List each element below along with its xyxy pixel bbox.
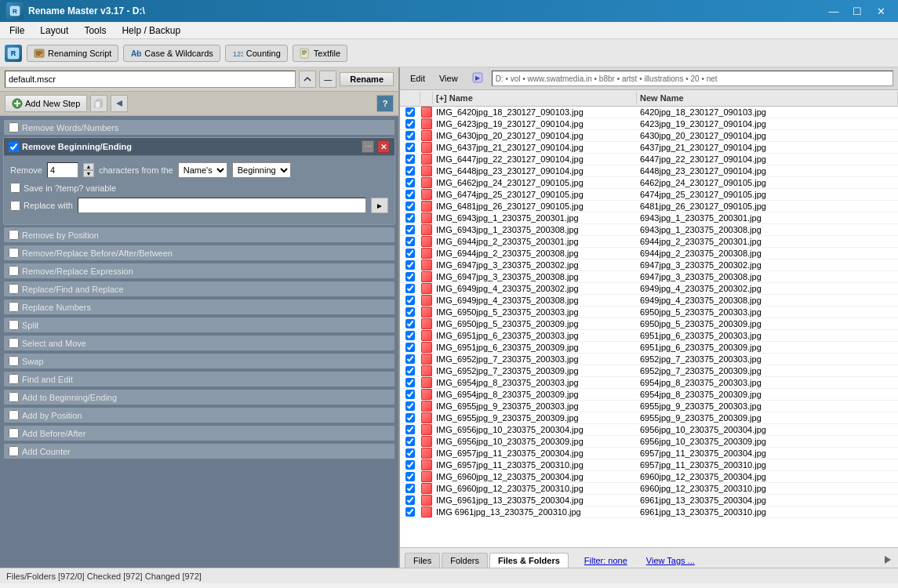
- file-check-14[interactable]: [400, 271, 420, 282]
- file-check-25[interactable]: [400, 401, 420, 412]
- step-15-checkbox[interactable]: [9, 446, 19, 456]
- replace-with-label[interactable]: Replace with: [10, 201, 73, 211]
- file-checkbox-11[interactable]: [405, 237, 415, 246]
- tab-files-folders[interactable]: Files & Folders: [489, 553, 569, 568]
- file-checkbox-10[interactable]: [405, 225, 415, 234]
- save-temp-label[interactable]: Save in ?temp? variable: [10, 183, 116, 193]
- file-check-24[interactable]: [400, 389, 420, 400]
- file-checkbox-8[interactable]: [405, 201, 415, 211]
- step-10-checkbox[interactable]: [9, 356, 19, 366]
- view-button[interactable]: View: [434, 71, 464, 85]
- file-check-31[interactable]: [400, 471, 420, 482]
- file-checkbox-18[interactable]: [405, 319, 415, 328]
- file-check-23[interactable]: [400, 377, 420, 388]
- file-check-4[interactable]: [400, 154, 420, 165]
- navigate-button[interactable]: ▶: [467, 70, 489, 87]
- file-check-2[interactable]: [400, 130, 420, 141]
- file-check-32[interactable]: [400, 483, 420, 494]
- file-checkbox-30[interactable]: [405, 460, 415, 470]
- step-01-checkbox[interactable]: [9, 122, 19, 132]
- chars-down-button[interactable]: ▼: [83, 170, 94, 177]
- menu-layout[interactable]: Layout: [34, 24, 75, 38]
- maximize-button[interactable]: ☐: [846, 2, 868, 20]
- save-temp-checkbox[interactable]: [10, 183, 20, 193]
- step-02-close-button[interactable]: ✕: [377, 140, 390, 153]
- file-checkbox-1[interactable]: [405, 119, 415, 129]
- file-checkbox-6[interactable]: [405, 178, 415, 187]
- file-checkbox-17[interactable]: [405, 307, 415, 317]
- minimize-button[interactable]: —: [823, 2, 845, 20]
- replace-with-input[interactable]: [78, 198, 366, 213]
- view-tags-button[interactable]: View Tags ...: [640, 554, 701, 568]
- step-07-checkbox[interactable]: [9, 302, 19, 312]
- file-check-15[interactable]: [400, 283, 420, 294]
- file-checkbox-23[interactable]: [405, 378, 415, 387]
- rename-button[interactable]: Rename: [340, 72, 394, 86]
- file-check-1[interactable]: [400, 118, 420, 129]
- step-12-checkbox[interactable]: [9, 392, 19, 402]
- col-name-header[interactable]: [+] Name: [433, 92, 637, 104]
- file-checkbox-5[interactable]: [405, 166, 415, 176]
- file-check-6[interactable]: [400, 177, 420, 188]
- step-08-checkbox[interactable]: [9, 320, 19, 330]
- file-checkbox-22[interactable]: [405, 366, 415, 376]
- step-04-checkbox[interactable]: [9, 248, 19, 258]
- replace-with-arrow-button[interactable]: ►: [371, 198, 388, 213]
- file-check-11[interactable]: [400, 236, 420, 247]
- file-check-34[interactable]: [400, 506, 420, 517]
- step-03-checkbox[interactable]: [9, 230, 19, 240]
- file-checkbox-32[interactable]: [405, 484, 415, 493]
- menu-help[interactable]: Help / Backup: [115, 24, 187, 38]
- file-checkbox-34[interactable]: [405, 507, 415, 517]
- file-checkbox-21[interactable]: [405, 354, 415, 364]
- renaming-script-button[interactable]: Renaming Script: [27, 45, 118, 62]
- file-checkbox-28[interactable]: [405, 437, 415, 446]
- step-13-checkbox[interactable]: [9, 410, 19, 420]
- name-select[interactable]: Name's: [178, 162, 227, 178]
- file-checkbox-3[interactable]: [405, 143, 415, 152]
- file-check-29[interactable]: [400, 448, 420, 459]
- file-check-19[interactable]: [400, 330, 420, 341]
- file-check-0[interactable]: [400, 107, 420, 118]
- script-minus-button[interactable]: —: [319, 71, 336, 88]
- close-button[interactable]: ✕: [870, 2, 892, 20]
- step-05-checkbox[interactable]: [9, 266, 19, 276]
- file-check-7[interactable]: [400, 189, 420, 200]
- filter-button[interactable]: Filter: none: [578, 554, 634, 568]
- step-06-checkbox[interactable]: [9, 284, 19, 294]
- file-checkbox-24[interactable]: [405, 390, 415, 399]
- replace-with-checkbox[interactable]: [10, 201, 20, 211]
- file-checkbox-25[interactable]: [405, 401, 415, 411]
- script-browse-button[interactable]: [299, 71, 316, 88]
- file-check-26[interactable]: [400, 412, 420, 423]
- file-check-12[interactable]: [400, 248, 420, 259]
- file-checkbox-26[interactable]: [405, 413, 415, 423]
- file-check-30[interactable]: [400, 459, 420, 470]
- file-checkbox-12[interactable]: [405, 249, 415, 258]
- file-check-10[interactable]: [400, 224, 420, 235]
- file-checkbox-9[interactable]: [405, 213, 415, 223]
- file-checkbox-31[interactable]: [405, 472, 415, 481]
- add-new-step-button[interactable]: Add New Step: [5, 95, 87, 112]
- file-checkbox-2[interactable]: [405, 131, 415, 140]
- edit-button[interactable]: Edit: [405, 71, 431, 85]
- file-checkbox-16[interactable]: [405, 296, 415, 305]
- file-checkbox-14[interactable]: [405, 272, 415, 281]
- file-checkbox-4[interactable]: [405, 154, 415, 164]
- file-check-22[interactable]: [400, 365, 420, 376]
- file-checkbox-7[interactable]: [405, 190, 415, 199]
- step-09-checkbox[interactable]: [9, 338, 19, 348]
- step-copy-button[interactable]: [90, 95, 107, 112]
- file-check-28[interactable]: [400, 436, 420, 447]
- tab-folders[interactable]: Folders: [442, 553, 488, 568]
- file-check-18[interactable]: [400, 318, 420, 329]
- step-02-checkbox[interactable]: [9, 142, 19, 152]
- file-checkbox-13[interactable]: [405, 260, 415, 270]
- script-file-input[interactable]: [5, 71, 296, 88]
- file-check-33[interactable]: [400, 495, 420, 506]
- file-checkbox-29[interactable]: [405, 448, 415, 458]
- file-check-20[interactable]: [400, 342, 420, 353]
- step-14-checkbox[interactable]: [9, 428, 19, 438]
- case-wildcards-button[interactable]: Ab* Case & Wildcards: [123, 45, 220, 62]
- file-check-21[interactable]: [400, 354, 420, 365]
